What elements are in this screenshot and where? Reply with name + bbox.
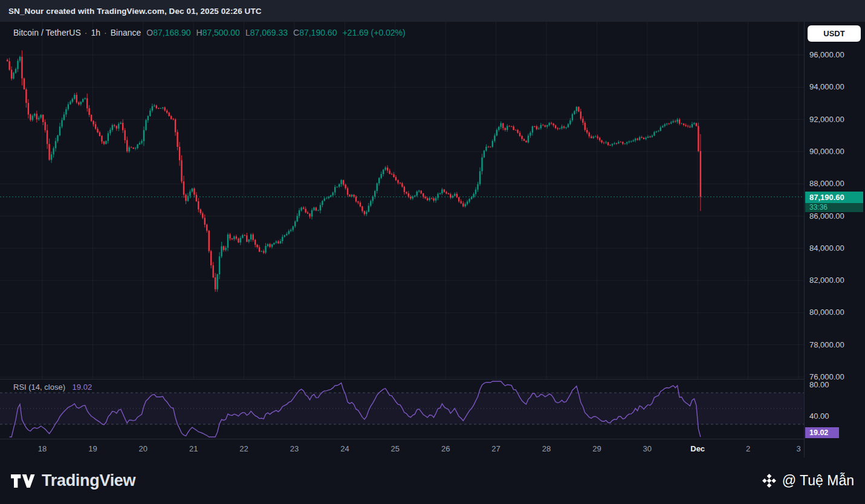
- ohlc-high: H87,500.00: [196, 28, 240, 37]
- brand-wordmark: TradingView: [42, 471, 135, 490]
- footer-bar: TradingView @ Tuệ Mẫn: [0, 457, 865, 504]
- separator-dot: ·: [104, 28, 107, 37]
- down-candle-wicks: [7, 50, 701, 291]
- time-label: 30: [634, 444, 661, 453]
- time-label: 19: [79, 444, 106, 453]
- up-candle-bodies: [13, 57, 695, 289]
- low-value: 87,069.33: [250, 28, 288, 37]
- time-label: 21: [180, 444, 207, 453]
- symbol-legend: Bitcoin / TetherUS · 1h · Binance O87,16…: [13, 28, 406, 37]
- attribution-text: SN_Nour created with TradingView.com, De…: [8, 7, 262, 16]
- up-candle-wicks: [14, 56, 695, 292]
- price-scale-label: 92,000.00: [809, 115, 844, 124]
- rsi-scale-label: 40.00: [809, 412, 829, 421]
- price-scale-label: 80,000.00: [809, 308, 844, 317]
- price-scale-label: 84,000.00: [809, 244, 844, 253]
- price-change: +21.69 (+0.02%): [342, 28, 405, 37]
- open-value: 87,168.90: [153, 28, 190, 37]
- time-label: 23: [281, 444, 308, 453]
- time-label: 26: [432, 444, 459, 453]
- tradingview-logo-icon: [11, 474, 35, 488]
- time-scale[interactable]: 18192021222324252627282930Dec23: [0, 439, 804, 457]
- rsi-title[interactable]: RSI (14, close): [13, 383, 65, 392]
- open-label: O: [146, 28, 153, 37]
- time-label: Dec: [684, 444, 711, 453]
- rsi-value: 19.02: [73, 383, 92, 392]
- price-scale-label: 94,000.00: [809, 82, 844, 92]
- close-label: C: [293, 28, 299, 37]
- pane-separator[interactable]: [0, 379, 804, 380]
- watermark: @ Tuệ Mẫn: [762, 473, 854, 489]
- high-value: 87,500.00: [202, 28, 240, 37]
- price-scale-label: 90,000.00: [809, 147, 844, 157]
- price-scale-label: 96,000.00: [809, 50, 844, 60]
- currency-button[interactable]: USDT: [808, 25, 861, 42]
- exchange-label[interactable]: Binance: [111, 28, 141, 37]
- watermark-text: @ Tuệ Mẫn: [782, 473, 854, 489]
- price-scale-label: 86,000.00: [809, 212, 844, 221]
- time-label: 22: [231, 444, 258, 453]
- tradingview-logo[interactable]: TradingView: [11, 471, 135, 490]
- rsi-chart[interactable]: [0, 380, 804, 439]
- time-label: 27: [483, 444, 510, 453]
- time-label: 2: [735, 444, 762, 453]
- binance-diamond-logo-icon: [762, 474, 776, 488]
- time-label: 28: [533, 444, 560, 453]
- price-grid: [0, 22, 804, 380]
- rsi-legend: RSI (14, close) 19.02: [13, 383, 92, 392]
- rsi-scale-label: 80.00: [809, 380, 829, 390]
- time-label: 29: [583, 444, 610, 453]
- time-label: 24: [331, 444, 358, 453]
- interval-label[interactable]: 1h: [91, 28, 100, 37]
- low-label: L: [245, 28, 250, 37]
- time-label: 18: [29, 444, 56, 453]
- ohlc-close: C87,190.60: [293, 28, 337, 37]
- price-scale-label: 78,000.00: [809, 340, 844, 350]
- time-label: 25: [382, 444, 409, 453]
- last-price-badge: 87,190.60: [805, 192, 863, 203]
- countdown-badge: 33:36: [805, 203, 863, 212]
- time-label: 20: [130, 444, 157, 453]
- price-scale-label: 88,000.00: [809, 179, 844, 189]
- high-label: H: [196, 28, 202, 37]
- attribution-bar: SN_Nour created with TradingView.com, De…: [0, 0, 865, 22]
- price-chart[interactable]: [0, 22, 804, 380]
- rsi-value-badge: 19.02: [805, 427, 839, 438]
- price-scale[interactable]: USDT 87,190.60 33:36 19.02 96,000.0094,0…: [804, 22, 865, 457]
- symbol-name[interactable]: Bitcoin / TetherUS: [13, 28, 81, 37]
- ohlc-open: O87,168.90: [146, 28, 190, 37]
- close-value: 87,190.60: [299, 28, 337, 37]
- price-scale-label: 82,000.00: [809, 276, 844, 285]
- separator-dot: ·: [85, 28, 88, 37]
- ohlc-low: L87,069.33: [245, 28, 288, 37]
